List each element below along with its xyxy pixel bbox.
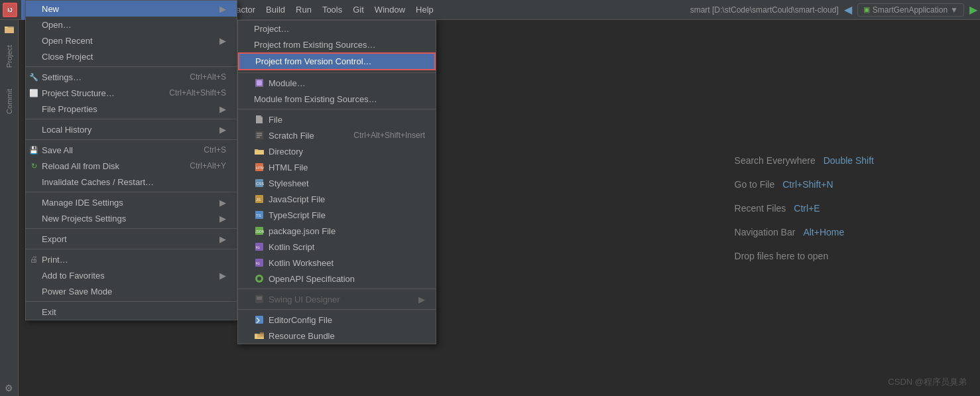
menu-tools[interactable]: Tools — [317, 0, 347, 20]
hint-navbar: Navigation Bar Alt+Home — [735, 227, 874, 237]
svg-text:HTML: HTML — [256, 166, 264, 170]
new-submenu-file[interactable]: File — [238, 111, 436, 127]
file-menu-add-favorites-label: Add to Favorites — [42, 271, 105, 281]
separator-7 — [26, 301, 237, 302]
svg-point-21 — [257, 277, 261, 281]
file-menu-new-project-settings[interactable]: New Projects Settings ▶ — [26, 210, 237, 226]
file-menu-invalidate-label: Invalidate Caches / Restart… — [42, 177, 154, 187]
svg-text:Kt: Kt — [256, 261, 260, 265]
new-submenu-kotlin-script[interactable]: Kt Kotlin Script — [238, 239, 436, 255]
file-menu-project-structure[interactable]: ⬜ Project Structure… Ctrl+Alt+Shift+S — [26, 85, 237, 101]
file-menu-open-recent-label: Open Recent — [42, 36, 93, 46]
hint-navbar-label: Navigation Bar — [735, 227, 796, 237]
file-menu-file-properties[interactable]: File Properties ▶ — [26, 101, 237, 117]
file-menu-power-save-label: Power Save Mode — [42, 287, 112, 297]
sidebar-folder-icon — [4, 24, 15, 34]
file-menu-local-history[interactable]: Local History ▶ — [26, 121, 237, 137]
new-submenu-module[interactable]: Module… — [238, 75, 436, 91]
new-submenu-js[interactable]: JS JavaScript File — [238, 191, 436, 207]
html-svg-icon: HTML — [255, 163, 264, 172]
openapi-icon — [254, 274, 265, 283]
file-menu-save-all-shortcut: Ctrl+S — [204, 145, 226, 155]
menu-run[interactable]: Run — [290, 0, 317, 20]
hint-search-shortcut: Double Shift — [824, 155, 874, 166]
new-submenu-html[interactable]: HTML HTML File — [238, 159, 436, 175]
menu-build[interactable]: Build — [261, 0, 290, 20]
new-submenu-project-existing[interactable]: Project from Existing Sources… — [238, 36, 436, 52]
file-menu-new[interactable]: New ▶ — [26, 1, 237, 17]
ktwk-svg-icon: Kt — [255, 258, 264, 267]
new-submenu-kotlin-worksheet[interactable]: Kt Kotlin Worksheet — [238, 255, 436, 271]
kotlin-worksheet-icon: Kt — [254, 258, 265, 267]
hint-goto-label: Go to File — [735, 179, 775, 190]
new-submenu-sep1 — [238, 72, 436, 73]
file-menu-settings[interactable]: 🔧 Settings… Ctrl+Alt+S — [26, 69, 237, 85]
file-menu-exit[interactable]: Exit — [26, 304, 237, 320]
hint-drop-label: Drop files here to open — [735, 251, 829, 261]
file-menu-new-arrow: ▶ — [219, 4, 226, 14]
svg-text:JSON: JSON — [255, 230, 264, 233]
new-submenu-css-label: Stylesheet — [269, 178, 309, 188]
sidebar-bottom-icon[interactable]: ⚙ — [0, 380, 18, 396]
file-menu-invalidate[interactable]: Invalidate Caches / Restart… — [26, 174, 237, 190]
resource-bundle-icon — [254, 331, 265, 340]
hint-recent-label: Recent Files — [735, 203, 786, 214]
menu-help[interactable]: Help — [410, 0, 439, 20]
run-button[interactable]: ▶ — [969, 3, 977, 16]
hint-recent: Recent Files Ctrl+E — [735, 203, 874, 214]
new-submenu-directory-label: Directory — [269, 147, 303, 157]
file-menu-open[interactable]: Open… — [26, 17, 237, 33]
hint-goto-shortcut: Ctrl+Shift+N — [782, 179, 833, 190]
new-submenu-css[interactable]: CSS Stylesheet — [238, 175, 436, 191]
save-icon: 💾 — [29, 146, 39, 155]
file-menu-save-all-label: Save All — [42, 145, 73, 155]
new-submenu-project-vcs[interactable]: Project from Version Control… — [238, 52, 436, 70]
run-config[interactable]: ▣ SmartGenApplication ▼ — [857, 3, 964, 17]
editor-config-icon — [254, 315, 265, 324]
sidebar-top-icon — [0, 20, 18, 38]
svg-text:CSS: CSS — [256, 182, 264, 186]
file-menu-settings-label: Settings… — [42, 72, 82, 82]
file-menu-export[interactable]: Export ▶ — [26, 231, 237, 247]
pkg-svg-icon: JSON — [255, 226, 264, 235]
file-menu-save-all[interactable]: 💾 Save All Ctrl+S — [26, 142, 237, 158]
new-submenu-resource-bundle-label: Resource Bundle — [269, 331, 335, 341]
svg-rect-27 — [260, 332, 264, 336]
file-menu-print-label: Print… — [42, 255, 68, 265]
file-menu-manage-ide[interactable]: Manage IDE Settings ▶ — [26, 194, 237, 210]
svg-rect-24 — [255, 316, 263, 324]
new-submenu-resource-bundle[interactable]: Resource Bundle — [238, 328, 436, 344]
file-plain-icon — [254, 115, 265, 124]
sidebar-project-label[interactable]: Project — [3, 41, 16, 72]
file-menu-close-project[interactable]: Close Project — [26, 48, 237, 64]
new-submenu-ts[interactable]: TS TypeScript File — [238, 207, 436, 223]
new-submenu-swing-arrow: ▶ — [418, 295, 425, 304]
file-menu-print[interactable]: 🖨 Print… — [26, 251, 237, 267]
file-menu-file-properties-arrow: ▶ — [219, 104, 226, 114]
file-menu-open-recent[interactable]: Open Recent ▶ — [26, 33, 237, 48]
settings-gear-icon: ⚙ — [5, 383, 13, 393]
separator-4 — [26, 192, 237, 192]
new-submenu-project[interactable]: Project… — [238, 21, 436, 36]
separator-1 — [26, 66, 237, 67]
menu-git[interactable]: Git — [347, 0, 369, 20]
reload-icon: ↻ — [29, 162, 39, 170]
back-button[interactable]: ◀ — [844, 3, 852, 16]
sidebar-commit-label[interactable]: Commit — [3, 85, 16, 118]
new-submenu-module-existing[interactable]: Module from Existing Sources… — [238, 91, 436, 107]
new-submenu-pkg[interactable]: JSON package.json File — [238, 223, 436, 239]
editor-svg-icon — [255, 315, 264, 324]
file-menu-power-save[interactable]: Power Save Mode — [26, 283, 237, 299]
new-submenu-openapi[interactable]: OpenAPI Specification — [238, 271, 436, 287]
menu-window[interactable]: Window — [369, 0, 410, 20]
new-submenu-project-existing-label: Project from Existing Sources… — [254, 40, 376, 50]
file-menu-open-recent-arrow: ▶ — [219, 36, 226, 46]
separator-6 — [26, 249, 237, 249]
new-submenu-directory[interactable]: Directory — [238, 143, 436, 159]
file-menu-add-favorites[interactable]: Add to Favorites ▶ — [26, 267, 237, 283]
file-menu-exit-label: Exit — [42, 307, 56, 317]
new-submenu-editor-config[interactable]: EditorConfig File — [238, 312, 436, 328]
file-menu-reload[interactable]: ↻ Reload All from Disk Ctrl+Alt+Y — [26, 158, 237, 174]
file-menu-local-history-arrow: ▶ — [219, 125, 226, 135]
new-submenu-scratch[interactable]: Scratch File Ctrl+Alt+Shift+Insert — [238, 127, 436, 143]
